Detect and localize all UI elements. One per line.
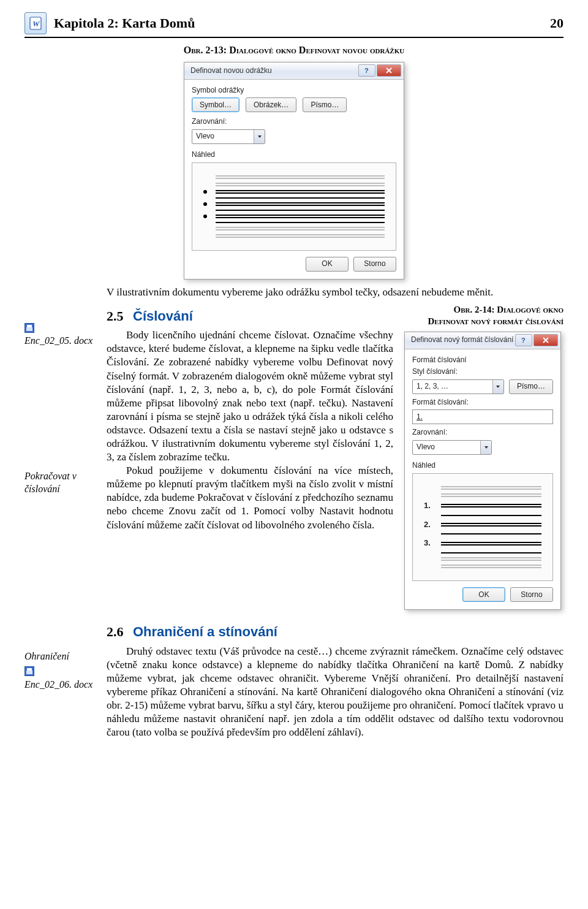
- alignment-label: Zarovnání:: [412, 428, 553, 438]
- format-label: Formát číslování:: [412, 398, 553, 408]
- diskette-icon: [24, 666, 34, 676]
- dialog-titlebar: Definovat novou odrážku ?: [184, 63, 404, 80]
- number-style-value: 1, 2, 3, …: [413, 382, 492, 392]
- group-symbol-label: Symbol odrážky: [192, 86, 396, 96]
- help-button[interactable]: ?: [515, 334, 532, 346]
- cancel-button[interactable]: Storno: [353, 257, 396, 272]
- close-button[interactable]: [377, 64, 401, 77]
- figure-2-13-caption: Obr. 2-13: Dialogové okno Definovat novo…: [24, 44, 564, 57]
- section-title: Číslování: [133, 308, 193, 324]
- para-1: Body licenčního ujednání chceme číslovat…: [107, 329, 393, 464]
- section-2-5-heading: 2.5 Číslování: [107, 308, 393, 325]
- format-value: 1.: [417, 413, 423, 422]
- fig-caption-line2: Definovat nový formát číslování: [428, 316, 564, 326]
- para-2: Pokud použijeme v dokumentu číslování na…: [107, 464, 393, 531]
- word-app-icon: W: [24, 12, 47, 34]
- ok-button[interactable]: OK: [462, 587, 505, 602]
- style-label: Styl číslování:: [412, 367, 553, 377]
- section-title: Ohraničení a stínování: [133, 624, 277, 639]
- header: W Kapitola 2: Karta Domů 20: [24, 12, 564, 38]
- intro-paragraph: V ilustrativním dokumentu vybereme jako …: [107, 286, 564, 299]
- image-button[interactable]: Obrázek…: [246, 97, 296, 112]
- figure-2-14-caption: Obr. 2-14: Dialogové okno Definovat nový…: [404, 304, 564, 328]
- svg-text:?: ?: [364, 67, 369, 74]
- preview-label: Náhled: [192, 150, 396, 160]
- chevron-down-icon: [254, 130, 265, 143]
- section-number: 2.5: [107, 308, 124, 324]
- symbol-button[interactable]: Symbol…: [192, 97, 239, 112]
- dialog-define-number-format: Definovat nový formát číslování ? Formát…: [404, 332, 561, 610]
- section-2-5-body: Body licenčního ujednání chceme číslovat…: [107, 329, 393, 531]
- section-number: 2.6: [107, 624, 124, 639]
- alignment-dropdown[interactable]: Vlevo: [192, 129, 265, 144]
- preview-number-2: 2.: [424, 520, 434, 530]
- close-button[interactable]: [533, 334, 558, 346]
- ok-button[interactable]: OK: [306, 257, 349, 272]
- alignment-value: Vlevo: [413, 443, 480, 452]
- number-style-dropdown[interactable]: 1, 2, 3, …: [412, 379, 504, 394]
- dialog-title: Definovat novou odrážku: [190, 66, 357, 76]
- page-number: 20: [550, 12, 564, 32]
- preview-number-3: 3.: [424, 538, 434, 549]
- para-26: Druhý odstavec textu (Váš průvodce na ce…: [107, 645, 564, 740]
- preview-label: Náhled: [412, 461, 553, 471]
- chevron-down-icon: [492, 380, 503, 394]
- svg-text:?: ?: [521, 337, 526, 344]
- margin-note-continue-numbering: Pokračovat v číslování: [24, 470, 98, 496]
- font-button[interactable]: Písmo…: [303, 97, 347, 112]
- chapter-title: Kapitola 2: Karta Domů: [54, 12, 550, 32]
- chevron-down-icon: [480, 441, 491, 454]
- margin-note-border: Ohraničení: [24, 650, 98, 663]
- margin-column: Enc_02_05. docx Pokračovat v číslování: [24, 286, 98, 514]
- margin-file-1: Enc_02_05. docx: [24, 335, 92, 346]
- dialog2-title: Definovat nový formát číslování: [411, 335, 514, 345]
- diskette-icon: [24, 323, 34, 333]
- cancel-button[interactable]: Storno: [510, 587, 553, 602]
- margin-file-2: Enc_02_06. docx: [24, 679, 92, 690]
- preview-panel: 1. 2. 3.: [412, 473, 553, 582]
- alignment-label: Zarovnání:: [192, 117, 396, 127]
- section-2-6-heading: 2.6 Ohraničení a stínování: [107, 623, 564, 641]
- help-button[interactable]: ?: [358, 64, 375, 77]
- margin-note-enc-02-05: Enc_02_05. docx: [24, 322, 98, 348]
- dialog-define-new-bullet: Definovat novou odrážku ? Symbol odrážky…: [184, 62, 404, 280]
- section-2-6-body: Druhý odstavec textu (Váš průvodce na ce…: [107, 645, 564, 740]
- format-input[interactable]: 1.: [412, 409, 553, 424]
- margin-column-2: Ohraničení Enc_02_06. docx: [24, 620, 98, 709]
- group-format-label: Formát číslování: [412, 356, 553, 365]
- alignment-dropdown[interactable]: Vlevo: [412, 440, 492, 455]
- svg-text:W: W: [32, 19, 40, 28]
- preview-number-1: 1.: [424, 501, 434, 511]
- fig-caption-line1: Obr. 2-14: Dialogové okno: [454, 305, 564, 314]
- alignment-value: Vlevo: [192, 132, 254, 142]
- preview-panel: [192, 162, 396, 251]
- dialog2-titlebar: Definovat nový formát číslování ?: [405, 332, 560, 349]
- margin-note-enc-02-06: Enc_02_06. docx: [24, 666, 98, 691]
- font-button[interactable]: Písmo…: [509, 379, 553, 394]
